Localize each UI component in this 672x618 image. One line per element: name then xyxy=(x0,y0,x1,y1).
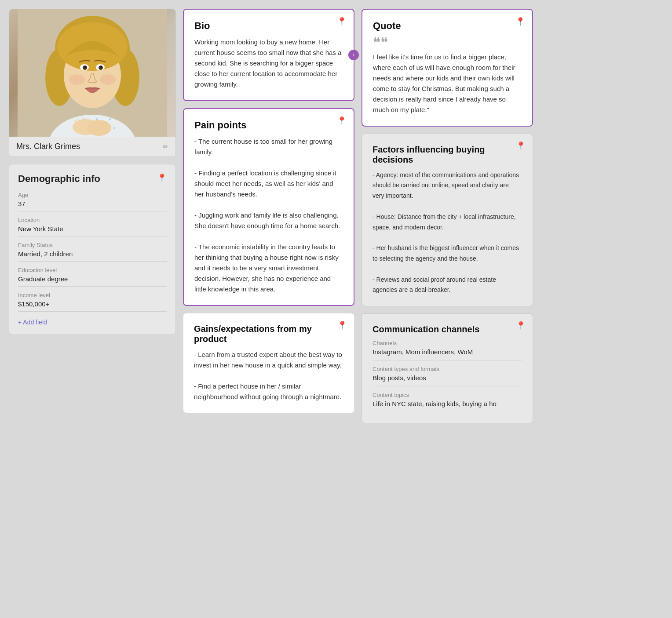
gains-card: 📍 Gains/expectations from my product - L… xyxy=(183,313,354,413)
factors-title: Factors influencing buying decisions xyxy=(373,145,522,165)
factors-pin-icon: 📍 xyxy=(516,141,526,151)
location-value: New York State xyxy=(18,225,167,236)
factors-text: - Agency: most of the communications and… xyxy=(373,170,522,296)
age-field: Age 37 xyxy=(18,192,167,211)
bio-pin-icon: 📍 xyxy=(337,17,347,26)
age-label: Age xyxy=(18,192,167,198)
income-value: $150,000+ xyxy=(18,300,167,312)
svg-point-13 xyxy=(96,118,98,120)
content-topics-value: Life in NYC state, raising kids, buying … xyxy=(373,400,522,412)
location-label: Location xyxy=(18,217,167,223)
svg-point-25 xyxy=(84,66,86,68)
svg-point-26 xyxy=(100,66,102,68)
profile-name-row: Mrs. Clark Grimes ✏ xyxy=(9,137,175,156)
right-column: 📍 Quote ❝❝ I feel like it's time for us … xyxy=(362,9,533,423)
pain-points-text: - The current house is too small for her… xyxy=(194,136,343,294)
pain-points-title: Pain points xyxy=(194,120,343,131)
bio-title: Bio xyxy=(194,20,343,32)
location-field: Location New York State xyxy=(18,217,167,236)
family-status-label: Family Status xyxy=(18,242,167,248)
channels-label: Channels xyxy=(373,340,522,346)
demographic-header: Demographic info 📍 xyxy=(18,173,167,185)
bio-text: Working mom looking to buy a new home. H… xyxy=(194,37,343,90)
left-column: Mrs. Clark Grimes ✏ Demographic info 📍 A… xyxy=(9,9,176,423)
demographic-pin-icon: 📍 xyxy=(157,173,167,183)
education-value: Graduate degree xyxy=(18,275,167,287)
pain-points-pin-icon: 📍 xyxy=(337,116,347,126)
gains-title: Gains/expectations from my product xyxy=(194,324,343,344)
demographic-card: Demographic info 📍 Age 37 Location New Y… xyxy=(9,164,176,335)
bio-card: 📍 Bio Working mom looking to buy a new h… xyxy=(183,9,354,101)
middle-column: 📍 Bio Working mom looking to buy a new h… xyxy=(183,9,354,423)
education-field: Education level Graduate degree xyxy=(18,267,167,287)
svg-point-30 xyxy=(87,120,111,136)
quote-card: 📍 Quote ❝❝ I feel like it's time for us … xyxy=(362,9,533,127)
content-types-label: Content types and formats xyxy=(373,366,522,372)
content-types-value: Blog posts, videos xyxy=(373,374,522,386)
age-value: 37 xyxy=(18,200,167,211)
profile-image xyxy=(9,9,175,137)
svg-point-9 xyxy=(113,127,115,129)
quote-pin-icon: 📍 xyxy=(515,17,525,26)
nav-arrow[interactable]: › xyxy=(348,50,359,60)
svg-point-27 xyxy=(69,74,85,85)
family-status-value: Married, 2 children xyxy=(18,250,167,262)
communication-card: 📍 Communication channels Channels Instag… xyxy=(362,313,533,423)
content-topics-label: Content topics xyxy=(373,392,522,398)
quote-title: Quote xyxy=(373,20,522,32)
education-label: Education level xyxy=(18,267,167,273)
gains-pin-icon: 📍 xyxy=(337,320,347,330)
add-field-button[interactable]: + Add field xyxy=(18,319,47,326)
family-status-field: Family Status Married, 2 children xyxy=(18,242,167,262)
quote-marks: ❝❝ xyxy=(373,37,522,48)
demographic-title: Demographic info xyxy=(18,173,100,185)
income-field: Income level $150,000+ xyxy=(18,292,167,312)
gains-text: - Learn from a trusted expert about the … xyxy=(194,349,343,402)
communication-pin-icon: 📍 xyxy=(516,321,526,331)
quote-text: I feel like it's time for us to find a b… xyxy=(373,52,522,115)
svg-point-15 xyxy=(109,118,111,120)
profile-card: Mrs. Clark Grimes ✏ xyxy=(9,9,176,157)
svg-point-28 xyxy=(100,74,116,85)
edit-icon[interactable]: ✏ xyxy=(163,142,168,151)
communication-title: Communication channels xyxy=(373,324,522,334)
profile-name: Mrs. Clark Grimes xyxy=(16,142,80,151)
factors-card: 📍 Factors influencing buying decisions -… xyxy=(362,134,533,307)
channels-value: Instagram, Mom influencers, WoM xyxy=(373,348,522,360)
income-label: Income level xyxy=(18,292,167,298)
pain-points-card: 📍 Pain points - The current house is too… xyxy=(183,108,354,306)
